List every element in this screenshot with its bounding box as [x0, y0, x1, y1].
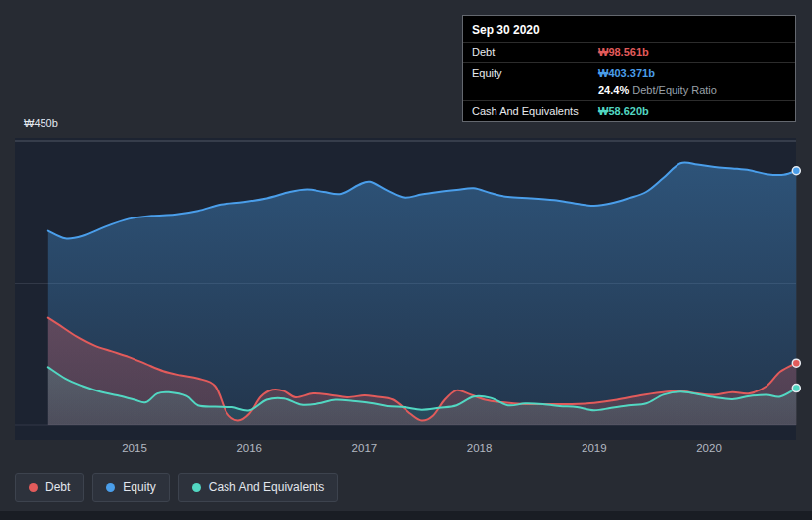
tooltip-equity-label: Equity: [472, 67, 598, 79]
tooltip-row-debt: Debt ₩98.561b: [463, 42, 795, 62]
x-axis-tick-2020: 2020: [696, 442, 722, 454]
legend-debt-label: Debt: [45, 480, 70, 494]
x-axis-tick-2017: 2017: [352, 442, 378, 454]
tooltip-row-equity: Equity ₩403.371b: [463, 62, 795, 83]
legend-item-debt[interactable]: Debt: [15, 473, 84, 502]
tooltip-ratio-text: 24.4% Debt/Equity Ratio: [598, 84, 717, 96]
legend-equity-label: Equity: [123, 480, 155, 494]
x-axis-tick-2019: 2019: [582, 442, 607, 454]
chart-tooltip: Sep 30 2020 Debt ₩98.561b Equity ₩403.37…: [462, 15, 796, 122]
tooltip-debt-label: Debt: [472, 46, 598, 58]
tooltip-cash-value: ₩58.620b: [598, 105, 649, 117]
tooltip-row-ratio: 24.4% Debt/Equity Ratio: [463, 83, 795, 100]
equity-series-dot-icon: [106, 483, 115, 492]
chart-legend: Debt Equity Cash And Equivalents: [15, 473, 338, 502]
tooltip-debt-value: ₩98.561b: [598, 46, 649, 58]
tooltip-ratio-label: Debt/Equity Ratio: [632, 84, 717, 96]
x-axis-tick-2016: 2016: [236, 442, 262, 454]
debt-series-dot-icon: [29, 483, 38, 492]
debt-equity-history-page: ₩450b ₩0 201520162017201820192020 Sep 30…: [0, 0, 812, 520]
tooltip-cash-label: Cash And Equivalents: [472, 105, 598, 117]
tooltip-date: Sep 30 2020: [463, 16, 795, 42]
x-axis-tick-2018: 2018: [467, 442, 493, 454]
tooltip-equity-value: ₩403.371b: [598, 67, 655, 79]
cash-series-dot-icon: [192, 483, 201, 492]
y-axis-max-label: ₩450b: [24, 117, 58, 129]
legend-cash-label: Cash And Equivalents: [209, 480, 324, 494]
tooltip-row-cash: Cash And Equivalents ₩58.620b: [463, 100, 795, 121]
chart-plot-area[interactable]: [15, 138, 796, 440]
legend-item-equity[interactable]: Equity: [92, 473, 169, 502]
legend-item-cash[interactable]: Cash And Equivalents: [178, 473, 338, 502]
chart-canvas[interactable]: [15, 138, 796, 440]
x-axis-tick-2015: 2015: [122, 442, 147, 454]
tooltip-ratio-value: 24.4%: [598, 84, 629, 96]
bottom-bar: [0, 511, 812, 520]
x-axis-labels: 201520162017201820192020: [15, 442, 796, 458]
